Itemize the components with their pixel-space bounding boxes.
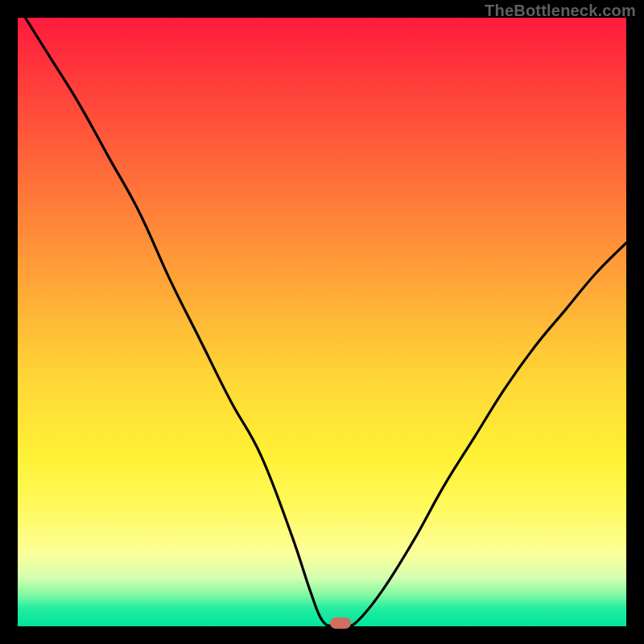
plot-area [18,18,626,626]
chart-frame: TheBottleneck.com [0,0,644,644]
watermark-text: TheBottleneck.com [485,2,636,20]
bottleneck-curve [18,18,626,626]
minimum-marker [330,617,351,629]
